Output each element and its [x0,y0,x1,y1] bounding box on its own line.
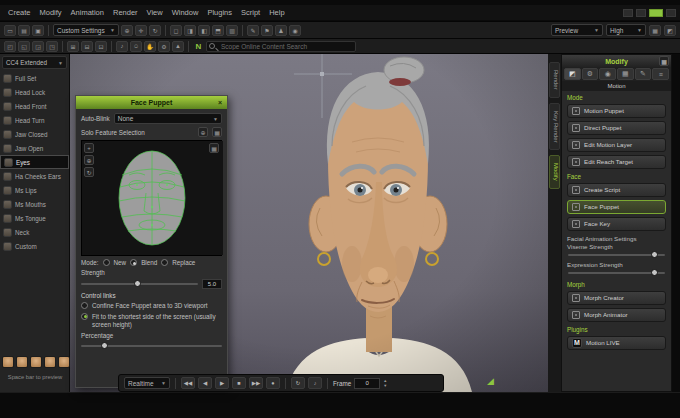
expression-thumbnail[interactable] [58,356,70,368]
confine-viewport-radio[interactable] [81,302,88,309]
save-icon[interactable]: ▣ [32,25,44,36]
list-item[interactable]: Head Lock [0,85,69,99]
quality-select[interactable]: High▼ [606,24,646,36]
skip-start-button[interactable]: ◀◀ [181,377,195,389]
toolbar-icon[interactable]: ↻ [149,25,161,36]
auto-blink-select[interactable]: None▼ [114,113,222,124]
toolbar-icon[interactable]: ✋ [144,41,156,52]
edit-motion-layer-button[interactable]: Edit Motion Layer [567,138,666,152]
focus-icon[interactable]: ⊕ [84,155,94,165]
record-button[interactable]: ● [266,377,280,389]
play-button[interactable]: ▶ [215,377,229,389]
step-down-icon[interactable]: ▼ [383,384,387,388]
list-item[interactable]: Ha Cheeks Ears [0,169,69,183]
menu-plugins[interactable]: Plugins [207,8,232,17]
toolbar-icon[interactable]: ▥ [226,25,238,36]
realtime-select[interactable]: Realtime▼ [124,377,170,389]
toolbar-icon[interactable]: ☺ [130,41,142,52]
menu-modify[interactable]: Modify [40,8,62,17]
window-icon[interactable] [623,9,633,17]
list-item[interactable]: Head Front [0,99,69,113]
menu-animation[interactable]: Animation [71,8,104,17]
toolbar-icon[interactable]: ⊟ [81,41,93,52]
list-item-selected[interactable]: Eyes [0,155,69,169]
menu-render[interactable]: Render [113,8,138,17]
menu-create[interactable]: Create [8,8,31,17]
menu-script[interactable]: Script [241,8,260,17]
viseme-strength-slider[interactable] [568,251,665,259]
search-input[interactable] [206,41,356,52]
grid-icon[interactable]: ▦ [212,127,222,137]
tab-key-render[interactable]: Key Render [549,103,560,151]
tab-texture-icon[interactable]: ▦ [617,68,634,80]
new-project-icon[interactable]: ▭ [4,25,16,36]
close-icon[interactable]: × [215,97,225,107]
face-puppet-panel-titlebar[interactable]: Face Puppet × [76,96,227,109]
step-up-icon[interactable]: ▲ [383,379,387,383]
direct-puppet-button[interactable]: Direct Puppet [567,121,666,135]
face-puppet-button[interactable]: Face Puppet [567,200,666,214]
list-item[interactable]: Jaw Closed [0,127,69,141]
tab-edit-icon[interactable]: ✎ [635,68,652,80]
profile-select[interactable]: CC4 Extended▼ [2,56,67,69]
list-item[interactable]: Ms Tongue [0,211,69,225]
loop-icon[interactable]: ↻ [291,377,305,389]
toolbar-icon[interactable]: ◨ [184,25,196,36]
list-item[interactable]: Ms Lips [0,183,69,197]
toolbar-icon[interactable]: ▲ [172,41,184,52]
frame-input[interactable] [354,378,380,389]
preview-mode-select[interactable]: Preview▼ [551,24,603,36]
expression-thumbnail[interactable] [44,356,56,368]
toolbar-icon[interactable]: ⊞ [67,41,79,52]
mode-new-radio[interactable] [103,259,110,266]
audio-icon[interactable]: ♪ [308,377,322,389]
morph-creator-button[interactable]: Morph Creator [567,291,666,305]
toolbar-icon[interactable]: ⊕ [121,25,133,36]
toolbar-icon[interactable]: ◰ [4,41,16,52]
toolbar-icon[interactable]: ◲ [32,41,44,52]
toolbar-icon[interactable]: ◻ [170,25,182,36]
account-badge[interactable] [649,9,663,17]
face-control-preview[interactable]: + ⊕ ↻ ▦ [81,140,222,256]
edit-reach-target-button[interactable]: Edit Reach Target [567,155,666,169]
toolbar-icon[interactable]: ✎ [247,25,259,36]
skip-end-button[interactable]: ▶▶ [249,377,263,389]
toolbar-icon[interactable]: ♪ [116,41,128,52]
menu-view[interactable]: View [147,8,163,17]
toolbar-icon[interactable]: ▦ [649,25,661,36]
toolbar-icon[interactable]: ♟ [275,25,287,36]
menu-window[interactable]: Window [172,8,199,17]
list-item[interactable]: Ms Mouths [0,197,69,211]
list-item[interactable]: Neck [0,225,69,239]
toolbar-icon[interactable]: ◩ [664,25,676,36]
checker-icon[interactable]: ▦ [659,56,669,66]
zoom-icon[interactable]: + [84,143,94,153]
target-icon[interactable]: ⊕ [198,127,208,137]
toolbar-icon[interactable]: ◳ [46,41,58,52]
window-icon[interactable] [636,9,646,17]
open-icon[interactable]: ▤ [18,25,30,36]
toolbar-icon[interactable]: ⬒ [212,25,224,36]
checker-icon[interactable]: ▦ [209,143,219,153]
toolbar-icon[interactable]: ◉ [289,25,301,36]
mode-replace-radio[interactable] [161,259,168,266]
motion-live-button[interactable]: MMotion LIVE [567,336,666,350]
face-key-button[interactable]: Face Key [567,217,666,231]
tab-render[interactable]: Render [549,62,560,98]
percentage-slider[interactable] [81,342,222,350]
mode-blend-radio[interactable] [130,259,137,266]
frame-stepper[interactable]: ▲ ▼ [383,379,387,388]
list-item[interactable]: Custom [0,239,69,253]
list-item[interactable]: Jaw Open [0,141,69,155]
toolbar-icon[interactable]: ◧ [198,25,210,36]
expression-thumbnail[interactable] [30,356,42,368]
tab-list-icon[interactable]: ≡ [652,68,669,80]
expression-thumbnail[interactable] [16,356,28,368]
timeline-expand-icon[interactable]: ◢ [487,376,494,386]
expression-strength-slider[interactable] [568,269,665,277]
prev-frame-button[interactable]: ◀ [198,377,212,389]
tab-modify[interactable]: Modify [549,155,560,189]
toolbar-icon[interactable]: ◱ [18,41,30,52]
create-script-button[interactable]: Create Script [567,183,666,197]
stop-button[interactable]: ■ [232,377,246,389]
